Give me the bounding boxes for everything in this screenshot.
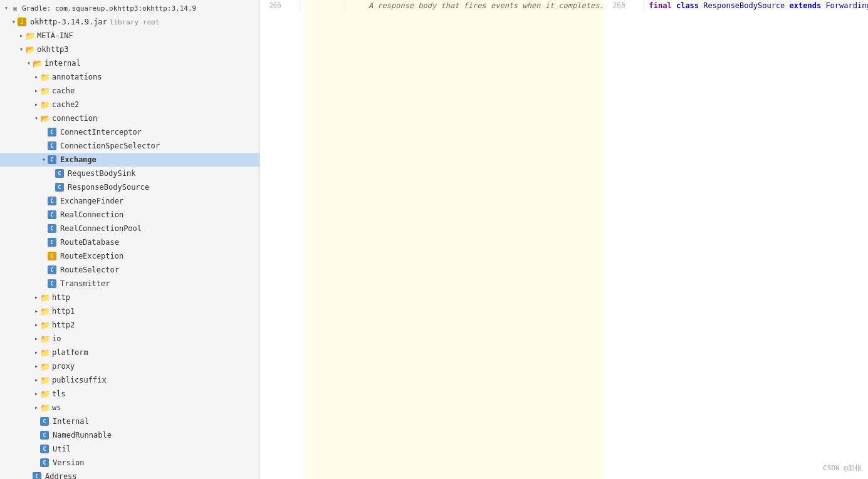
util-icon: C <box>40 445 49 453</box>
tree-meta-inf[interactable]: 📁 META-INF <box>0 29 259 43</box>
ws-label: ws <box>52 403 61 412</box>
exchange-expand-icon <box>40 156 48 163</box>
connection-spec-label: ConnectionSpecSelector <box>60 142 160 150</box>
nr-expand-icon <box>33 431 40 439</box>
tree-exchange-finder[interactable]: C ExchangeFinder <box>0 194 259 208</box>
ws-folder-icon: 📁 <box>40 403 50 413</box>
re-expand-icon <box>40 252 48 260</box>
transmitter-icon: C <box>48 279 56 288</box>
connection-folder-icon: 📂 <box>40 113 50 123</box>
cache-expand-icon <box>33 87 40 95</box>
tree-cache[interactable]: 📁 cache <box>0 84 259 98</box>
ver-expand-icon <box>33 459 40 466</box>
tree-ws[interactable]: 📁 ws <box>0 401 259 415</box>
route-database-icon: C <box>48 238 56 247</box>
tree-jar-root[interactable]: J okhttp-3.14.9.jar library root <box>0 15 259 29</box>
gradle-expand-icon <box>3 4 10 12</box>
tree-http1[interactable]: 📁 http1 <box>0 304 259 318</box>
tree-http[interactable]: 📁 http <box>0 291 259 304</box>
tls-expand-icon <box>33 390 40 398</box>
io-label: io <box>52 334 61 343</box>
tree-connect-interceptor[interactable]: C ConnectInterceptor <box>0 125 259 139</box>
io-folder-icon: 📁 <box>40 334 50 344</box>
tree-annotations[interactable]: 📁 annotations <box>0 70 259 84</box>
exchange-finder-label: ExchangeFinder <box>60 197 123 205</box>
util-expand-icon <box>33 445 40 453</box>
tree-http2[interactable]: 📁 http2 <box>0 318 259 332</box>
internal-folder-icon: 📂 <box>33 58 43 68</box>
tree-connection-spec-selector[interactable]: C ConnectionSpecSelector <box>0 139 259 153</box>
tree-request-body-sink[interactable]: C RequestBodySink <box>0 167 259 180</box>
io-expand-icon <box>33 335 40 343</box>
tree-internal[interactable]: 📂 internal <box>0 56 259 70</box>
code-line-268: final class ResponseBodySource extends F… <box>644 0 868 11</box>
exchange-label: Exchange <box>60 155 97 164</box>
ws-expand-icon <box>33 404 40 411</box>
tree-version[interactable]: C Version <box>0 456 259 470</box>
css-expand-icon <box>40 142 48 150</box>
route-exception-icon: C <box>48 252 56 260</box>
connect-interceptor-icon: C <box>48 128 56 136</box>
tree-route-exception[interactable]: C RouteException <box>0 249 259 263</box>
ic-expand-icon <box>33 418 40 425</box>
proxy-folder-icon: 📁 <box>40 361 50 371</box>
route-selector-label: RouteSelector <box>60 265 119 274</box>
internal-class-label: Internal <box>53 417 89 426</box>
tree-publicsuffix[interactable]: 📁 publicsuffix <box>0 373 259 387</box>
tree-real-connection[interactable]: C RealConnection <box>0 208 259 222</box>
tree-response-body-source[interactable]: C ResponseBodySource <box>0 180 259 194</box>
internal-class-icon: C <box>40 417 49 426</box>
tree-address[interactable]: C Address <box>0 470 259 479</box>
tree-route-selector[interactable]: C RouteSelector <box>0 263 259 277</box>
code-editor[interactable]: 266 A response body that fires events wh… <box>260 0 868 479</box>
tree-tls[interactable]: 📁 tls <box>0 387 259 401</box>
tree-cache2[interactable]: 📁 cache2 <box>0 98 259 111</box>
exchange-icon: C <box>48 155 56 164</box>
address-icon: C <box>33 472 41 479</box>
tree-platform[interactable]: 📁 platform <box>0 346 259 359</box>
cache2-expand-icon <box>33 101 40 108</box>
line-number-266: 266 <box>260 0 285 11</box>
proxy-label: proxy <box>52 362 75 371</box>
http-folder-icon: 📁 <box>40 292 50 302</box>
rbs-expand-icon <box>48 170 55 177</box>
connection-label: connection <box>52 114 97 123</box>
tree-proxy[interactable]: 📁 proxy <box>0 359 259 373</box>
http2-label: http2 <box>52 321 75 329</box>
ps-expand-icon <box>33 376 40 384</box>
address-label: Address <box>45 472 77 479</box>
connection-spec-icon: C <box>48 142 56 150</box>
platform-folder-icon: 📁 <box>40 348 50 358</box>
http1-folder-icon: 📁 <box>40 306 50 316</box>
addr-expand-icon <box>25 473 33 479</box>
tree-io[interactable]: 📁 io <box>0 332 259 346</box>
tree-connection[interactable]: 📂 connection <box>0 111 259 125</box>
publicsuffix-label: publicsuffix <box>52 376 107 384</box>
file-tree[interactable]: ▣ Gradle: com.squareup.okhttp3:okhttp:3.… <box>0 0 260 479</box>
rc-expand-icon <box>40 211 48 219</box>
gradle-root[interactable]: ▣ Gradle: com.squareup.okhttp3:okhttp:3.… <box>0 1 259 15</box>
tree-internal-class[interactable]: C Internal <box>0 415 259 428</box>
tree-route-database[interactable]: C RouteDatabase <box>0 235 259 249</box>
annotations-expand-icon <box>33 73 40 81</box>
tree-okhttp3[interactable]: 📂 okhttp3 <box>0 43 259 56</box>
internal-label: internal <box>44 59 81 68</box>
response-body-source-icon: C <box>55 183 64 192</box>
tree-transmitter[interactable]: C Transmitter <box>0 277 259 291</box>
util-label: Util <box>53 445 71 453</box>
rcp-expand-icon <box>40 225 48 232</box>
tree-util[interactable]: C Util <box>0 442 259 456</box>
meta-inf-folder-icon: 📁 <box>25 31 35 41</box>
http1-label: http1 <box>52 307 75 316</box>
http-label: http <box>52 293 70 302</box>
cache-label: cache <box>52 86 75 95</box>
tree-real-connection-pool[interactable]: C RealConnectionPool <box>0 222 259 235</box>
http2-expand-icon <box>33 321 40 329</box>
tree-exchange[interactable]: C Exchange <box>0 153 259 167</box>
meta-inf-expand-icon <box>18 32 25 39</box>
connect-interceptor-label: ConnectInterceptor <box>60 128 142 136</box>
line-number-268: 268 <box>604 0 629 11</box>
tree-named-runnable[interactable]: C NamedRunnable <box>0 428 259 442</box>
platform-label: platform <box>52 348 88 357</box>
transmitter-label: Transmitter <box>60 279 110 288</box>
